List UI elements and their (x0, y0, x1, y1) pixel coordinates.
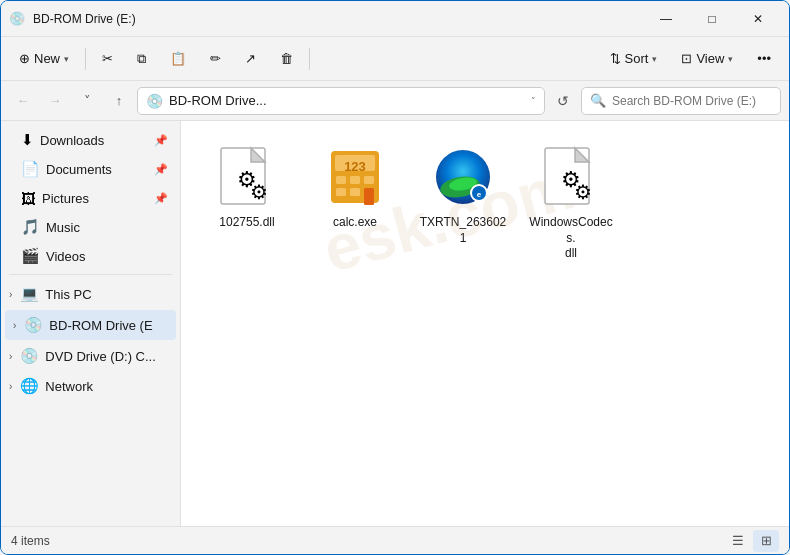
calc-icon: 123 (327, 149, 383, 205)
search-box[interactable]: 🔍 (581, 87, 781, 115)
svg-rect-12 (350, 188, 360, 196)
calc-name: calc.exe (333, 215, 377, 231)
back-button[interactable]: ← (9, 87, 37, 115)
svg-text:⚙: ⚙ (250, 181, 268, 203)
address-chevron-icon: ˅ (531, 96, 536, 106)
toolbar-sep2 (309, 48, 310, 70)
sidebar-item-this-pc[interactable]: › 💻 This PC (1, 279, 180, 309)
sidebar-item-pictures[interactable]: 🖼 Pictures 📌 (5, 184, 176, 212)
sort-button[interactable]: ⇅ Sort ▾ (600, 43, 668, 75)
dll1-icon: ⚙ ⚙ (219, 146, 275, 208)
file-item-dll1[interactable]: ⚙ ⚙ 102755.dll (197, 137, 297, 270)
titlebar-app-icon: 💿 (9, 11, 25, 27)
sidebar-item-network[interactable]: › 🌐 Network (1, 371, 180, 401)
sidebar-divider1 (9, 274, 172, 275)
close-button[interactable]: ✕ (735, 1, 781, 37)
delete-icon: 🗑 (280, 51, 293, 66)
pin-icon-pics: 📌 (154, 192, 168, 205)
new-chevron-icon: ▾ (64, 54, 69, 64)
dvd-icon: 💿 (20, 347, 39, 365)
videos-icon: 🎬 (21, 247, 40, 265)
more-icon: ••• (757, 51, 771, 66)
this-pc-chevron-icon: › (9, 289, 12, 300)
new-icon: ⊕ (19, 51, 30, 66)
titlebar: 💿 BD-ROM Drive (E:) — □ ✕ (1, 1, 789, 37)
dll2-icon-wrapper: ⚙ ⚙ (539, 145, 603, 209)
titlebar-controls: — □ ✕ (643, 1, 781, 37)
addressbar: ← → ˅ ↑ 💿 BD-ROM Drive... ˅ ↺ 🔍 (1, 81, 789, 121)
grid-view-button[interactable]: ⊞ (753, 530, 779, 552)
svg-rect-9 (350, 176, 360, 184)
sidebar-item-music[interactable]: 🎵 Music (5, 213, 176, 241)
pin-icon-docs: 📌 (154, 163, 168, 176)
view-chevron-icon: ▾ (728, 54, 733, 64)
edge-icon: e (435, 149, 491, 205)
view-button[interactable]: ⊡ View ▾ (671, 43, 743, 75)
cut-button[interactable]: ✂ (92, 43, 123, 75)
statusbar: 4 items ☰ ⊞ (1, 526, 789, 554)
dll1-icon-wrapper: ⚙ ⚙ (215, 145, 279, 209)
sort-chevron-icon: ▾ (652, 54, 657, 64)
status-items-count: 4 items (11, 534, 50, 548)
svg-rect-11 (336, 188, 346, 196)
pictures-icon: 🖼 (21, 190, 36, 207)
new-button[interactable]: ⊕ New ▾ (9, 43, 79, 75)
up-dropdown-button[interactable]: ˅ (73, 87, 101, 115)
up-button[interactable]: ↑ (105, 87, 133, 115)
downloads-icon: ⬇ (21, 131, 34, 149)
sidebar-item-bdrom[interactable]: › 💿 BD-ROM Drive (E (5, 310, 176, 340)
svg-text:e: e (477, 190, 482, 199)
file-item-edge[interactable]: e TXRTN_2636021 (413, 137, 513, 270)
svg-rect-10 (364, 176, 374, 184)
network-chevron-icon: › (9, 381, 12, 392)
maximize-button[interactable]: □ (689, 1, 735, 37)
file-item-calc[interactable]: 123 calc.exe (305, 137, 405, 270)
dvd-chevron-icon: › (9, 351, 12, 362)
toolbar: ⊕ New ▾ ✂ ⧉ 📋 ✏ ↗ 🗑 ⇅ Sort ▾ ⊡ (1, 37, 789, 81)
svg-text:123: 123 (344, 159, 366, 174)
view-toggle: ☰ ⊞ (725, 530, 779, 552)
sidebar-item-documents[interactable]: 📄 Documents 📌 (5, 155, 176, 183)
address-bar[interactable]: 💿 BD-ROM Drive... ˅ (137, 87, 545, 115)
copy-icon: ⧉ (137, 51, 146, 67)
address-drive-icon: 💿 (146, 93, 163, 109)
paste-button[interactable]: 📋 (160, 43, 196, 75)
svg-rect-8 (336, 176, 346, 184)
search-icon: 🔍 (590, 93, 606, 108)
dll1-name: 102755.dll (219, 215, 274, 231)
share-button[interactable]: ↗ (235, 43, 266, 75)
sidebar: ⬇ Downloads 📌 📄 Documents 📌 🖼 Pictures 📌… (1, 121, 181, 526)
paste-icon: 📋 (170, 51, 186, 66)
refresh-button[interactable]: ↺ (549, 87, 577, 115)
toolbar-sep1 (85, 48, 86, 70)
file-item-dll2[interactable]: ⚙ ⚙ WindowsCodecs.dll (521, 137, 621, 270)
edge-icon-wrapper: e (431, 145, 495, 209)
delete-button[interactable]: 🗑 (270, 43, 303, 75)
sidebar-item-videos[interactable]: 🎬 Videos (5, 242, 176, 270)
this-pc-icon: 💻 (20, 285, 39, 303)
documents-icon: 📄 (21, 160, 40, 178)
search-input[interactable] (612, 94, 772, 108)
rename-icon: ✏ (210, 51, 221, 66)
titlebar-title: BD-ROM Drive (E:) (33, 12, 643, 26)
svg-rect-13 (364, 188, 374, 205)
sidebar-item-downloads[interactable]: ⬇ Downloads 📌 (5, 126, 176, 154)
sort-icon: ⇅ (610, 51, 621, 66)
main-content: ⬇ Downloads 📌 📄 Documents 📌 🖼 Pictures 📌… (1, 121, 789, 526)
cut-icon: ✂ (102, 51, 113, 66)
music-icon: 🎵 (21, 218, 40, 236)
forward-button[interactable]: → (41, 87, 69, 115)
minimize-button[interactable]: — (643, 1, 689, 37)
rename-button[interactable]: ✏ (200, 43, 231, 75)
copy-button[interactable]: ⧉ (127, 43, 156, 75)
more-button[interactable]: ••• (747, 43, 781, 75)
share-icon: ↗ (245, 51, 256, 66)
list-view-button[interactable]: ☰ (725, 530, 751, 552)
view-icon: ⊡ (681, 51, 692, 66)
pin-icon: 📌 (154, 134, 168, 147)
edge-name: TXRTN_2636021 (417, 215, 509, 246)
address-path: BD-ROM Drive... (169, 93, 525, 108)
calc-icon-wrapper: 123 (323, 145, 387, 209)
file-area: esk.com ⚙ ⚙ 102755.dll (181, 121, 789, 526)
sidebar-item-dvd[interactable]: › 💿 DVD Drive (D:) C... (1, 341, 180, 371)
